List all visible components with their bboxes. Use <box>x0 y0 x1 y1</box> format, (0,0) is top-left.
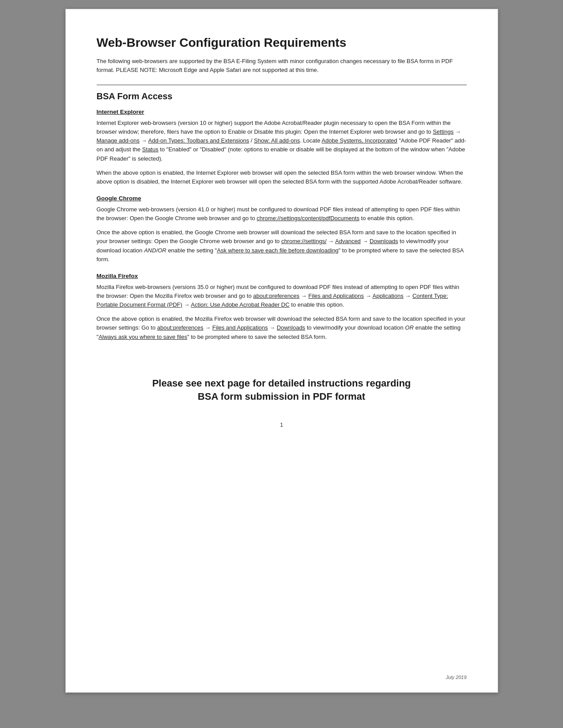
ie-status-link: Status <box>142 146 159 153</box>
chrome-para2: Once the above option is enabled, the Go… <box>97 228 467 264</box>
google-chrome-section: Google Chrome Google Chrome web-browsers… <box>97 195 467 264</box>
chrome-pdf-docs-link: chrome://settings/content/pdfDocuments <box>257 215 359 221</box>
firefox-heading: Mozilla Firefox <box>97 273 467 279</box>
ie-manage-addons-link: Manage add-ons <box>97 137 140 144</box>
chrome-ask-save-link: Ask where to save each file before downl… <box>217 247 338 254</box>
chrome-advanced-link: Advanced <box>335 238 361 244</box>
chrome-settings-link: chrome://settings/ <box>281 238 327 244</box>
intro-paragraph: The following web-browsers are supported… <box>97 57 467 74</box>
ie-settings-link: Settings <box>433 128 453 135</box>
firefox-action-link: Action: Use Adobe Acrobat Reader DC <box>191 301 289 308</box>
bsa-form-access-heading: BSA Form Access <box>97 91 467 101</box>
document-page: Web-Browser Configuration Requirements T… <box>65 9 498 693</box>
chrome-heading: Google Chrome <box>97 195 467 202</box>
section-divider <box>97 85 467 85</box>
page-title: Web-Browser Configuration Requirements <box>97 36 467 50</box>
firefox-para2: Once the above option is enabled, the Mo… <box>97 315 467 341</box>
callout-line1: Please see next page for detailed instru… <box>97 377 467 390</box>
ie-para2: When the above option is enabled, the In… <box>97 169 467 186</box>
ie-addon-types-link: Add-on Types: Toolbars and Extensions <box>148 137 249 144</box>
firefox-about-prefs2-link: about:preferences <box>157 324 204 331</box>
ie-heading: Internet Explorer <box>97 109 467 115</box>
callout-line2: BSA form submission in PDF format <box>97 390 467 404</box>
callout-box: Please see next page for detailed instru… <box>97 377 467 404</box>
firefox-always-ask-link: Always ask you where to save files <box>98 334 187 340</box>
chrome-para1: Google Chrome web-browsers (version 41.0… <box>97 205 467 223</box>
firefox-applications-link: Applications <box>373 293 404 299</box>
firefox-or: OR <box>405 324 414 331</box>
ie-show-all-link: Show: All add-ons <box>254 137 300 144</box>
footer-date: July 2019 <box>446 675 466 680</box>
firefox-files-apps-link: Files and Applications <box>308 293 364 299</box>
page-number: 1 <box>97 421 467 428</box>
ie-adobe-systems-link: Adobe Systems, Incorporated <box>321 137 397 144</box>
firefox-files-apps2-link: Files and Applications <box>212 324 268 331</box>
mozilla-firefox-section: Mozilla Firefox Mozilla Firefox web-brow… <box>97 273 467 341</box>
ie-para1: Internet Explorer web-browsers (version … <box>97 119 467 163</box>
chrome-downloads-link: Downloads <box>370 238 398 244</box>
firefox-downloads-link: Downloads <box>277 324 305 331</box>
internet-explorer-section: Internet Explorer Internet Explorer web-… <box>97 109 467 186</box>
firefox-para1: Mozilla Firefox web-browsers (versions 3… <box>97 283 467 309</box>
firefox-about-prefs-link: about:preferences <box>253 293 299 299</box>
chrome-and-or: AND/OR <box>144 247 166 254</box>
